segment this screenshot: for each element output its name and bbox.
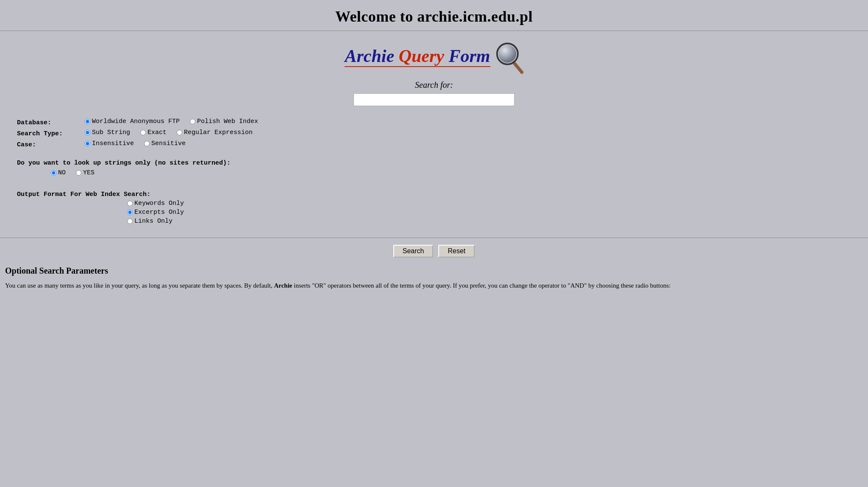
logo-text: Archie Query Form: [345, 46, 490, 67]
case-insensitive-radio[interactable]: [85, 141, 90, 146]
strings-no-radio[interactable]: [51, 170, 56, 176]
search-type-regex-label: Regular Expression: [184, 129, 253, 136]
svg-point-2: [498, 45, 516, 63]
database-options: Worldwide Anonymous FTP Polish Web Index: [85, 118, 258, 125]
database-label: Database:: [17, 119, 85, 126]
logo-query: Query: [394, 46, 444, 66]
strings-no-option[interactable]: NO: [51, 169, 66, 176]
database-ftp-option[interactable]: Worldwide Anonymous FTP: [85, 118, 180, 125]
search-type-regex-radio[interactable]: [177, 130, 182, 135]
output-excerpts-label: Excerpts Only: [134, 209, 184, 216]
gap2: [17, 178, 364, 187]
search-type-options: Sub String Exact Regular Expression: [85, 129, 253, 136]
output-options: Keywords Only Excerpts Only Links Only: [17, 200, 364, 225]
search-type-substring-option[interactable]: Sub String: [85, 129, 130, 136]
output-excerpts-radio[interactable]: [127, 210, 133, 215]
optional-text-part2: inserts "OR" operators between all of th…: [292, 282, 671, 289]
database-row: Database: Worldwide Anonymous FTP Polish…: [17, 118, 364, 126]
database-ftp-radio[interactable]: [85, 119, 90, 124]
magnifier-icon: [494, 39, 523, 73]
button-row: Search Reset: [0, 245, 868, 257]
search-type-label: Search Type:: [17, 130, 85, 137]
header-section: Archie Query Form Search fo: [0, 35, 868, 114]
case-row: Case: Insensitive Sensitive: [17, 140, 364, 148]
output-links-label: Links Only: [134, 218, 172, 225]
search-button[interactable]: Search: [393, 245, 434, 257]
output-excerpts-option[interactable]: Excerpts Only: [127, 209, 364, 216]
strings-yes-radio[interactable]: [76, 170, 81, 176]
output-links-option[interactable]: Links Only: [127, 218, 364, 225]
database-ftp-label: Worldwide Anonymous FTP: [92, 118, 180, 125]
case-sensitive-label: Sensitive: [151, 140, 186, 147]
logo-area: Archie Query Form: [345, 39, 523, 73]
output-keywords-option[interactable]: Keywords Only: [127, 200, 364, 207]
reset-button[interactable]: Reset: [438, 245, 475, 257]
search-type-regex-option[interactable]: Regular Expression: [177, 129, 253, 136]
top-divider: [0, 31, 868, 31]
output-label: Output Format For Web Index Search:: [17, 191, 364, 198]
strings-question: Do you want to look up strings only (no …: [17, 160, 364, 167]
case-insensitive-label: Insensitive: [92, 140, 134, 147]
search-type-exact-radio[interactable]: [140, 130, 146, 135]
database-web-label: Polish Web Index: [197, 118, 258, 125]
case-label: Case:: [17, 141, 85, 148]
divider-section: [0, 238, 868, 238]
optional-text: You can use as many terms as you like in…: [5, 281, 863, 291]
logo-form: Form: [444, 46, 490, 66]
optional-section: Optional Search Parameters You can use a…: [0, 266, 868, 291]
database-web-option[interactable]: Polish Web Index: [190, 118, 258, 125]
search-type-substring-radio[interactable]: [85, 130, 90, 135]
strings-yes-label: YES: [83, 169, 95, 176]
search-type-exact-label: Exact: [147, 129, 167, 136]
search-type-exact-option[interactable]: Exact: [140, 129, 167, 136]
database-web-radio[interactable]: [190, 119, 195, 124]
page-title: Welcome to archie.icm.edu.pl: [0, 0, 868, 31]
case-options: Insensitive Sensitive: [85, 140, 186, 147]
gap1: [17, 151, 364, 160]
case-insensitive-option[interactable]: Insensitive: [85, 140, 134, 147]
output-keywords-radio[interactable]: [127, 201, 133, 206]
output-keywords-label: Keywords Only: [134, 200, 184, 207]
search-type-row: Search Type: Sub String Exact Regular Ex…: [17, 129, 364, 137]
optional-title: Optional Search Parameters: [5, 266, 863, 276]
strings-yes-option[interactable]: YES: [76, 169, 95, 176]
optional-text-part1: You can use as many terms as you like in…: [5, 282, 274, 289]
search-for-label: Search for:: [415, 80, 453, 90]
search-type-substring-label: Sub String: [92, 129, 130, 136]
strings-no-label: NO: [58, 169, 66, 176]
search-input[interactable]: [353, 93, 515, 106]
optional-text-archie: Archie: [274, 282, 292, 289]
case-sensitive-option[interactable]: Sensitive: [144, 140, 186, 147]
output-section: Output Format For Web Index Search: Keyw…: [17, 191, 364, 225]
output-links-radio[interactable]: [127, 218, 133, 224]
logo-archie: Archie: [345, 46, 394, 66]
case-sensitive-radio[interactable]: [144, 141, 150, 146]
form-section: Database: Worldwide Anonymous FTP Polish…: [0, 114, 381, 229]
svg-line-0: [514, 63, 522, 73]
strings-options: NO YES: [17, 169, 364, 176]
